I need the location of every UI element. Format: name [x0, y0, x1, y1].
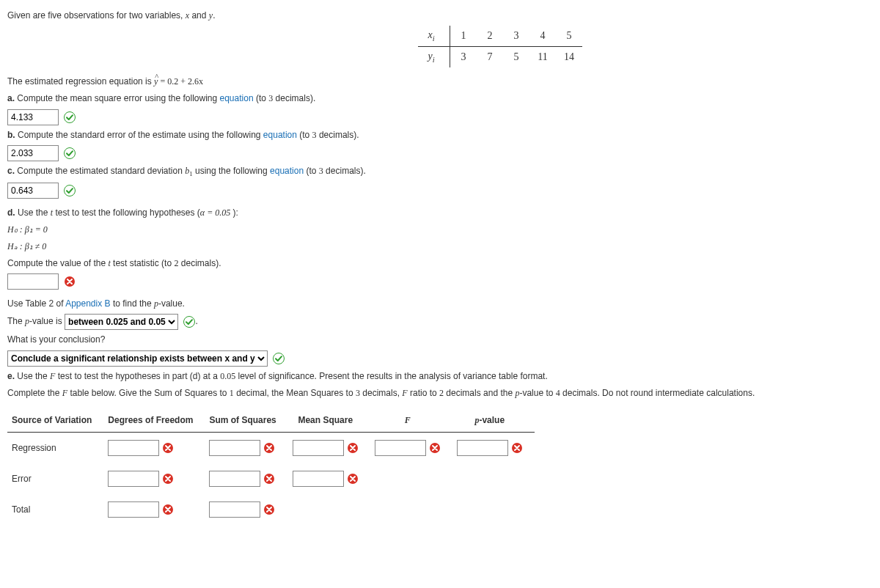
reg-df-input[interactable] — [108, 440, 159, 456]
reg-p-input[interactable] — [457, 440, 508, 456]
x-icon — [263, 473, 275, 485]
x-icon — [429, 442, 441, 454]
table-row: Error — [7, 463, 535, 494]
equation-link-b[interactable]: equation — [263, 130, 297, 140]
p-value-label: The p-value is — [7, 317, 62, 327]
reg-ms-input[interactable] — [293, 440, 344, 456]
regression-equation: The estimated regression equation is y =… — [7, 75, 873, 89]
xy-data-table: xi 12345 yi 3751114 — [418, 26, 582, 67]
intro-text: Given are five observations for two vari… — [7, 9, 873, 23]
check-icon — [64, 147, 76, 159]
x-icon — [162, 442, 174, 454]
part-b-prompt: b. Compute the standard error of the est… — [7, 128, 873, 142]
x-icon — [162, 473, 174, 485]
col-source: Source of Variation — [7, 409, 103, 433]
check-icon — [183, 316, 195, 328]
reg-ss-input[interactable] — [209, 440, 260, 456]
check-icon — [273, 353, 285, 364]
answer-t-input[interactable] — [7, 273, 59, 290]
hypothesis-ha: Hₐ : β₁ ≠ 0 — [7, 240, 873, 254]
x-icon — [347, 442, 359, 454]
equation-link-a[interactable]: equation — [220, 93, 254, 103]
table-row: Regression — [7, 433, 535, 464]
part-d-prompt: d. Use the t test to test the following … — [7, 206, 873, 220]
answer-b-input[interactable] — [7, 145, 59, 161]
appendix-b-link[interactable]: Appendix B — [65, 298, 110, 309]
part-c-prompt: c. Compute the estimated standard deviat… — [7, 164, 873, 180]
err-ms-input[interactable] — [293, 471, 344, 487]
col-ss: Sum of Squares — [205, 409, 287, 433]
y-row-header: yi — [418, 47, 450, 68]
col-f: F — [370, 409, 452, 433]
row-error-label: Error — [7, 463, 103, 494]
x-row-header: xi — [418, 26, 450, 47]
hypothesis-h0: H₀ : β₁ = 0 — [7, 223, 873, 237]
conclusion-question: What is your conclusion? — [7, 333, 873, 347]
answer-a-input[interactable] — [7, 109, 59, 125]
x-icon — [347, 473, 359, 485]
x-icon — [263, 442, 275, 454]
reg-f-input[interactable] — [375, 440, 426, 456]
tot-df-input[interactable] — [108, 501, 159, 518]
use-table-prompt: Use Table 2 of Appendix B to find the p-… — [7, 297, 873, 311]
err-df-input[interactable] — [108, 471, 159, 487]
compute-t-prompt: Compute the value of the t test statisti… — [7, 257, 873, 271]
equation-link-c[interactable]: equation — [270, 166, 304, 176]
x-icon — [162, 504, 174, 515]
check-icon — [64, 111, 76, 123]
tot-ss-input[interactable] — [209, 501, 260, 518]
row-regression-label: Regression — [7, 433, 103, 464]
x-icon — [263, 504, 275, 515]
answer-c-input[interactable] — [7, 183, 59, 199]
row-total-label: Total — [7, 494, 103, 525]
col-ms: Mean Square — [288, 409, 370, 433]
check-icon — [64, 185, 76, 196]
f-table-instructions: Complete the F table below. Give the Sum… — [7, 386, 873, 400]
x-icon — [511, 442, 523, 454]
err-ss-input[interactable] — [209, 471, 260, 487]
p-value-select[interactable]: between 0.025 and 0.05 — [65, 314, 178, 330]
part-a-prompt: a. Compute the mean square error using t… — [7, 92, 873, 106]
table-row: Total — [7, 494, 535, 525]
part-e-prompt: e. Use the F test to test the hypotheses… — [7, 370, 873, 383]
x-icon — [64, 276, 76, 287]
conclusion-select[interactable]: Conclude a significant relationship exis… — [7, 350, 268, 367]
anova-table: Source of Variation Degrees of Freedom S… — [7, 409, 535, 525]
col-pvalue: p-value — [452, 409, 535, 433]
col-df: Degrees of Freedom — [103, 409, 205, 433]
